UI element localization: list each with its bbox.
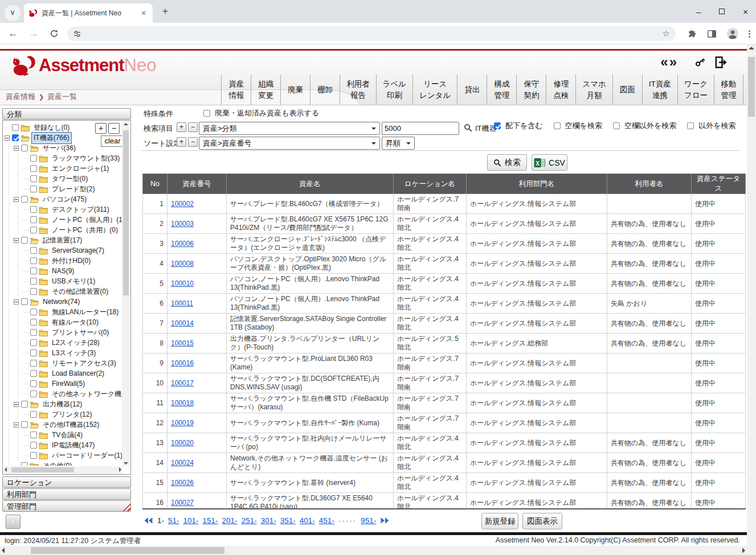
tab-close-icon[interactable]: × [139,9,148,18]
tree-node[interactable]: バーコードリーダー(1) [5,450,122,461]
tree-checkbox[interactable] [30,165,37,172]
search-button[interactable]: 検索 [487,154,527,171]
tree-label[interactable]: その他ネットワーク機器(5) [50,389,122,400]
tree-checkbox[interactable] [12,134,19,141]
tree-node[interactable]: Network(74) [5,297,122,307]
tree-node[interactable]: パソコン(475) [5,194,122,204]
menu-item-14[interactable]: IT資産連携 [642,75,677,105]
tree-collapse-toggle-icon[interactable] [14,238,19,243]
tree-node[interactable]: 無線LANルーター(18) [5,307,122,317]
tree-node[interactable]: 有線ルータ(10) [5,317,122,327]
tree-node[interactable]: ラックマウント型(33) [5,153,122,163]
asset-number-link[interactable]: 100024 [171,459,194,467]
menu-item-9[interactable]: 構成管理 [487,75,516,105]
side-panel-icon[interactable] [707,30,717,38]
sidebar-panel-using-department[interactable]: 利用部門 [2,488,131,500]
menu-item-4[interactable]: 棚卸 [310,75,340,105]
tree-vertical-scrollbar[interactable] [122,121,130,466]
tree-checkbox[interactable] [30,216,37,223]
tree-collapse-toggle-icon[interactable] [14,402,19,407]
tree-label[interactable]: 有線ルータ(10) [50,317,100,328]
tree-checkbox[interactable] [30,350,37,356]
pagination-page-link[interactable]: 151- [203,516,218,525]
tree-collapse-toggle-icon[interactable] [14,146,19,151]
scrollbar-thumb[interactable] [31,547,224,554]
scroll-right-icon[interactable] [742,548,745,553]
tree-label[interactable]: L2スイッチ(28) [50,338,101,348]
tree-node[interactable]: FireWall(5) [5,379,122,389]
bookmark-star-icon[interactable]: ☆ [663,28,670,39]
scrollbar-thumb[interactable] [11,467,74,472]
tab-search-button[interactable]: ∨ [5,5,21,21]
asset-number-link[interactable]: 100027 [171,499,194,507]
asset-number-link[interactable]: 100014 [171,319,194,327]
tree-checkbox[interactable] [12,124,19,131]
search-value-input[interactable] [382,122,459,135]
menu-item-11[interactable]: 修理点検 [546,75,575,105]
tree-checkbox[interactable] [30,257,37,264]
tree-checkbox[interactable] [21,145,28,151]
horizontal-scrollbar[interactable] [0,546,747,555]
tree-checkbox[interactable] [21,421,28,428]
scroll-right-icon[interactable] [119,467,121,472]
add-sort-row-button[interactable]: + [177,137,186,147]
tree-node[interactable]: 出力機器(12) [5,399,122,409]
asset-number-link[interactable]: 100008 [171,260,194,268]
site-settings-icon[interactable] [73,30,81,38]
pagination-page-link[interactable]: 451- [319,516,334,525]
scroll-up-icon[interactable] [749,47,754,50]
tree-label[interactable]: デスクトップ(311) [50,204,111,215]
menu-item-15[interactable]: ワークフロー [677,75,714,105]
option-checkbox[interactable] [687,122,694,129]
forward-icon[interactable]: → [26,28,41,39]
tree-checkbox[interactable] [30,442,37,449]
option-checkbox[interactable] [613,122,620,129]
tree-checkbox[interactable] [21,298,28,305]
vertical-scrollbar[interactable] [747,44,756,555]
tree-checkbox[interactable] [30,247,37,254]
asset-number-link[interactable]: 100002 [171,200,194,208]
profile-avatar-icon[interactable] [726,27,739,40]
tree-node[interactable]: デスクトップ(311) [5,204,122,215]
sidebar-panel-classification[interactable]: 分類 [2,108,131,120]
back-icon[interactable]: ← [6,28,21,39]
menu-item-6[interactable]: ラベル印刷 [376,75,412,105]
menu-item-2[interactable]: 組織変更 [251,75,280,105]
tree-label[interactable]: NAS(9) [50,266,76,276]
tree-checkbox[interactable] [30,309,37,315]
tree-checkbox[interactable] [30,370,37,377]
menu-item-10[interactable]: 保守契約 [516,75,546,105]
tree-node[interactable]: Load Balancer(2) [5,368,122,379]
tree-label[interactable]: IP電話機(147) [50,440,96,451]
tree-collapse-toggle-icon[interactable] [14,422,19,427]
window-maximize-button[interactable] [719,9,725,14]
tree-node[interactable]: その他記憶装置(0) [5,286,122,297]
scroll-down-icon[interactable] [124,462,128,464]
tree-node[interactable]: プリントサーバ(0) [5,327,122,338]
tree-label[interactable]: サーバ(36) [41,143,77,154]
browser-tab[interactable]: 資産一覧 | Assetment Neo × [24,3,153,23]
tree-collapse-toggle-icon[interactable] [14,197,19,202]
tree-node[interactable]: エンクロージャ(1) [5,163,122,174]
tree-label[interactable]: L3スイッチ(3) [50,348,97,359]
new-registration-button[interactable]: 新規登録 [481,513,518,529]
tree-checkbox[interactable] [30,155,37,162]
pagination-page-link[interactable]: 401- [300,516,315,525]
tree-node[interactable]: 外付けHD(0) [5,256,122,266]
menu-item-8[interactable]: 貸出 [457,75,487,105]
sidebar-panel-managing-department[interactable]: 管理部門 [2,500,131,512]
classification-search-icon[interactable] [464,124,472,132]
tree-checkbox[interactable] [30,319,37,326]
tree-checkbox[interactable] [30,339,37,346]
tree-checkbox[interactable] [21,196,28,203]
tree-label[interactable]: 登録なし(0) [32,122,71,133]
tree-label[interactable]: ServerStorage(7) [50,246,106,255]
browser-menu-icon[interactable] [749,29,750,39]
pagination-page-link[interactable]: 201- [222,516,238,525]
menu-item-12[interactable]: スマホ月額 [575,75,612,105]
tree-label[interactable]: ラックマウント型(33) [50,153,121,164]
tree-label[interactable]: ブレード型(2) [50,184,97,195]
tree-node[interactable]: リモートアクセス(3) [5,358,122,368]
asset-number-link[interactable]: 100010 [171,279,194,287]
tree-label[interactable]: その他記憶装置(0) [50,286,110,297]
